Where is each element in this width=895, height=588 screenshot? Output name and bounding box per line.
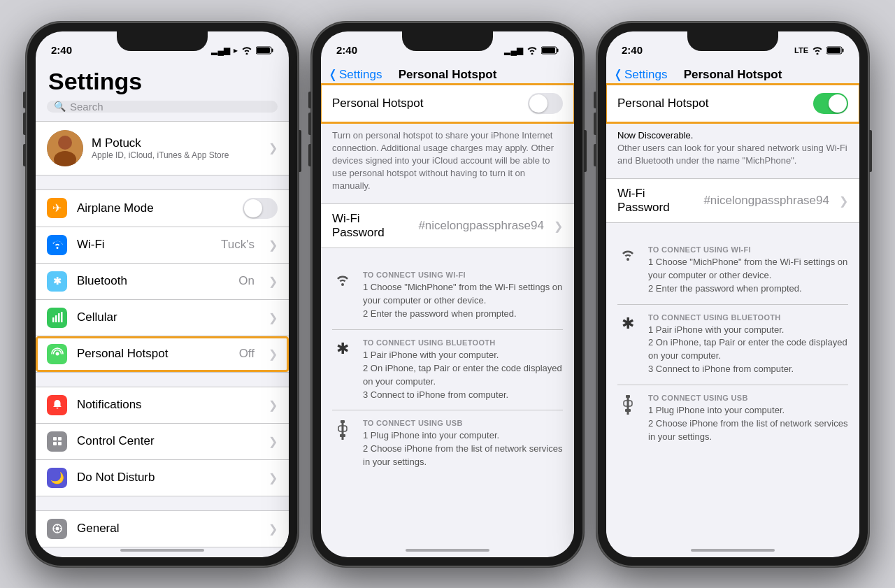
- svg-rect-2: [257, 48, 270, 53]
- connect-bt-text-2: TO CONNECT USING BLUETOOTH 1 Pair iPhone…: [363, 338, 563, 401]
- connectivity-group: ✈ Airplane Mode Wi-Fi Tuck's ❯: [36, 189, 289, 373]
- profile-row[interactable]: M Potuck Apple ID, iCloud, iTunes & App …: [36, 122, 289, 175]
- connect-usb-icon-2: [332, 420, 353, 444]
- avatar-image: [47, 130, 83, 166]
- wifi-value: Tuck's: [221, 238, 255, 252]
- hotspot-description-2: Turn on personal hotspot to share your i…: [321, 122, 574, 204]
- profile-subtitle: Apple ID, iCloud, iTunes & App Store: [92, 150, 260, 160]
- back-button-2[interactable]: ❬ Settings: [328, 67, 382, 82]
- notch-2: [402, 31, 493, 51]
- status-icons-2: ▂▄▆: [504, 45, 559, 55]
- wifi-password-row-3[interactable]: Wi-Fi Password #nicelongpassphrase94 ❯: [606, 179, 859, 222]
- wifi-label: Wi-Fi: [77, 238, 211, 252]
- hotspot-toggle-row-2[interactable]: Personal Hotspot: [321, 85, 574, 122]
- wifi-pw-chevron-icon: ❯: [554, 220, 563, 233]
- volume-up-button-3[interactable]: [594, 113, 596, 135]
- power-button[interactable]: [299, 130, 301, 172]
- wifi-row[interactable]: Wi-Fi Tuck's ❯: [36, 227, 289, 264]
- wifi-pw-chevron-icon-3: ❯: [839, 194, 848, 208]
- bluetooth-row[interactable]: ✱ Bluetooth On ❯: [36, 264, 289, 300]
- hotspot-toggle-2[interactable]: [528, 93, 563, 114]
- wifi-icon: [47, 235, 67, 255]
- status-icons-3: LTE: [794, 46, 844, 55]
- mute-button-2[interactable]: [308, 92, 311, 108]
- volume-up-button-2[interactable]: [308, 113, 311, 135]
- volume-up-button[interactable]: [23, 113, 26, 135]
- search-bar[interactable]: 🔍 Search: [47, 101, 278, 113]
- cellular-row[interactable]: Cellular ❯: [36, 300, 289, 336]
- svg-point-16: [55, 527, 59, 531]
- phone-1: 2:40 ▂▄▆ ▸ Settings 🔍 Search: [26, 22, 299, 567]
- mute-button-3[interactable]: [594, 92, 596, 108]
- connect-usb-steps-3: 1 Plug iPhone into your computer.2 Choos…: [648, 404, 848, 444]
- notifications-label: Notifications: [77, 398, 259, 412]
- hotspot-toggle-label-3: Personal Hotspot: [617, 96, 813, 110]
- connect-wifi-icon-2: [332, 272, 353, 292]
- back-chevron-icon-2: ❬: [328, 67, 338, 82]
- connect-bt-title-3: TO CONNECT USING BLUETOOTH: [648, 313, 848, 322]
- svg-rect-32: [627, 412, 629, 415]
- power-button-3[interactable]: [869, 130, 872, 172]
- cellular-icon: [47, 308, 67, 328]
- connect-bt-icon-3: ✱: [617, 315, 638, 333]
- notifications-row[interactable]: Notifications ❯: [36, 387, 289, 424]
- nav-title-3: Personal Hotspot: [684, 68, 782, 82]
- svg-rect-18: [557, 48, 559, 52]
- back-label-3[interactable]: Settings: [624, 68, 667, 82]
- airplane-mode-toggle[interactable]: [243, 198, 278, 219]
- connect-wifi-icon-3: [617, 247, 638, 266]
- airplane-mode-row[interactable]: ✈ Airplane Mode: [36, 190, 289, 227]
- svg-rect-21: [342, 423, 344, 434]
- hotspot-toggle-row-3[interactable]: Personal Hotspot: [606, 85, 859, 122]
- wifi-pw-label-2: Wi-Fi Password: [332, 212, 411, 240]
- general-label: General: [77, 522, 259, 536]
- wifi-password-row-2[interactable]: Wi-Fi Password #nicelongpassphrase94 ❯: [321, 204, 574, 248]
- general-icon: [47, 519, 67, 539]
- power-button-2[interactable]: [584, 130, 587, 172]
- personal-hotspot-row[interactable]: Personal Hotspot Off ❯: [36, 336, 289, 372]
- nav-bar-3: ❬ Settings Personal Hotspot: [606, 62, 859, 85]
- volume-down-button-3[interactable]: [594, 144, 596, 166]
- wifi-password-section-2: Wi-Fi Password #nicelongpassphrase94 ❯: [321, 203, 574, 248]
- svg-rect-31: [625, 409, 631, 412]
- volume-down-button-2[interactable]: [308, 144, 311, 166]
- general-row[interactable]: General ❯: [36, 511, 289, 547]
- svg-rect-6: [52, 317, 55, 322]
- wifi-pw-value-3: #nicelongpassphrase94: [703, 194, 829, 208]
- svg-rect-8: [58, 313, 60, 322]
- hotspot-chevron-icon: ❯: [268, 347, 278, 361]
- profile-section: M Potuck Apple ID, iCloud, iTunes & App …: [36, 121, 289, 175]
- notch-3: [687, 31, 778, 51]
- volume-down-button[interactable]: [23, 144, 26, 166]
- svg-point-10: [55, 352, 59, 356]
- discoverable-description: Other users can look for your shared net…: [617, 143, 847, 166]
- back-button-3[interactable]: ❬ Settings: [613, 67, 667, 82]
- svg-rect-7: [55, 315, 57, 322]
- notifications-icon: [47, 395, 67, 415]
- back-label-2[interactable]: Settings: [339, 68, 382, 82]
- wifi-bars-icon-2: [527, 46, 538, 55]
- wifi-password-section-3: Wi-Fi Password #nicelongpassphrase94 ❯: [606, 178, 859, 223]
- mute-button[interactable]: [23, 92, 26, 108]
- bluetooth-icon: ✱: [47, 271, 67, 292]
- svg-rect-13: [53, 442, 57, 445]
- control-center-chevron-icon: ❯: [268, 435, 278, 448]
- wifi-chevron-icon: ❯: [268, 238, 278, 252]
- dnd-row[interactable]: 🌙 Do Not Disturb ❯: [36, 460, 289, 496]
- connect-wifi-row-2: TO CONNECT USING WI-FI 1 Choose "MichPho…: [332, 262, 563, 330]
- notifications-group: Notifications ❯ Control Center ❯: [36, 387, 289, 496]
- profile-info: M Potuck Apple ID, iCloud, iTunes & App …: [92, 136, 260, 160]
- hotspot-toggle-3[interactable]: [813, 93, 848, 114]
- svg-rect-23: [340, 434, 345, 437]
- search-icon: 🔍: [54, 101, 66, 112]
- control-center-icon: [47, 431, 67, 452]
- signal-icon-2: ▂▄▆: [504, 45, 523, 55]
- avatar: [47, 130, 83, 166]
- connect-wifi-steps-2: 1 Choose "MichPhone" from the Wi-Fi sett…: [363, 281, 563, 321]
- svg-rect-11: [53, 437, 57, 440]
- connect-usb-row-2: TO CONNECT USING USB 1 Plug iPhone into …: [332, 410, 563, 478]
- connect-bt-text-3: TO CONNECT USING BLUETOOTH 1 Pair iPhone…: [648, 313, 848, 376]
- svg-point-4: [58, 136, 72, 150]
- cellular-label: Cellular: [77, 310, 259, 324]
- control-center-row[interactable]: Control Center ❯: [36, 424, 289, 460]
